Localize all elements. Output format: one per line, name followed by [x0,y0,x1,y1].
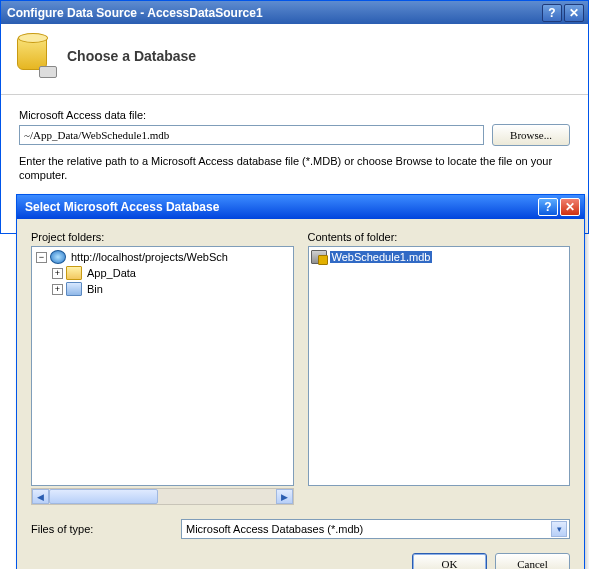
mdb-file-icon [311,250,327,264]
folder-icon [66,266,82,280]
chevron-down-icon[interactable]: ▾ [551,521,567,537]
ok-button[interactable]: OK [412,553,487,569]
inner-title: Select Microsoft Access Database [25,200,538,214]
scroll-right-icon[interactable]: ▶ [276,489,293,504]
cancel-button[interactable]: Cancel [495,553,570,569]
tree-hscrollbar[interactable]: ◀ ▶ [31,488,294,505]
help-button[interactable]: ? [542,4,562,22]
file-type-value: Microsoft Access Databases (*.mdb) [186,523,363,535]
outer-titlebar: Configure Data Source - AccessDataSource… [1,1,588,24]
contents-column: Contents of folder: WebSchedule1.mdb [308,231,571,505]
file-label: Microsoft Access data file: [19,109,570,121]
help-button[interactable]: ? [538,198,558,216]
inner-body: Project folders: − http://localhost/proj… [17,219,584,569]
wizard-heading: Choose a Database [67,48,196,64]
file-list[interactable]: WebSchedule1.mdb [308,246,571,486]
scroll-thumb[interactable] [49,489,158,504]
project-icon [50,250,66,264]
file-type-label: Files of type: [31,523,171,535]
folders-column: Project folders: − http://localhost/proj… [31,231,294,505]
tree-root-label: http://localhost/projects/WebSch [69,251,230,263]
file-type-select[interactable]: Microsoft Access Databases (*.mdb) ▾ [181,519,570,539]
bin-folder-icon [66,282,82,296]
outer-title: Configure Data Source - AccessDataSource… [7,6,542,20]
folder-tree[interactable]: − http://localhost/projects/WebSch + App… [31,246,294,486]
database-icon [17,36,53,76]
dialog-buttons: OK Cancel [31,553,570,569]
spacer [308,486,571,505]
close-button[interactable]: ✕ [560,198,580,216]
close-button[interactable]: ✕ [564,4,584,22]
tree-node-bin[interactable]: + Bin [34,281,291,297]
tree-node-label: App_Data [85,267,138,279]
data-file-input[interactable] [19,125,484,145]
tree-node-label: Bin [85,283,105,295]
contents-label: Contents of folder: [308,231,571,243]
inner-titlebar: Select Microsoft Access Database ? ✕ [17,195,584,219]
file-type-row: Files of type: Microsoft Access Database… [31,519,570,539]
folders-label: Project folders: [31,231,294,243]
collapse-icon[interactable]: − [36,252,47,263]
tree-node-appdata[interactable]: + App_Data [34,265,291,281]
outer-window-buttons: ? ✕ [542,4,584,22]
help-text: Enter the relative path to a Microsoft A… [19,154,570,183]
file-item[interactable]: WebSchedule1.mdb [311,249,568,265]
wizard-header: Choose a Database [1,24,588,95]
file-item-label: WebSchedule1.mdb [330,251,433,263]
scroll-left-icon[interactable]: ◀ [32,489,49,504]
select-database-dialog: Select Microsoft Access Database ? ✕ Pro… [16,194,585,569]
expand-icon[interactable]: + [52,268,63,279]
file-row: Browse... [19,124,570,146]
tree-root[interactable]: − http://localhost/projects/WebSch [34,249,291,265]
columns: Project folders: − http://localhost/proj… [31,231,570,505]
inner-window-buttons: ? ✕ [538,198,580,216]
expand-icon[interactable]: + [52,284,63,295]
scroll-track[interactable] [49,489,276,504]
browse-button[interactable]: Browse... [492,124,570,146]
